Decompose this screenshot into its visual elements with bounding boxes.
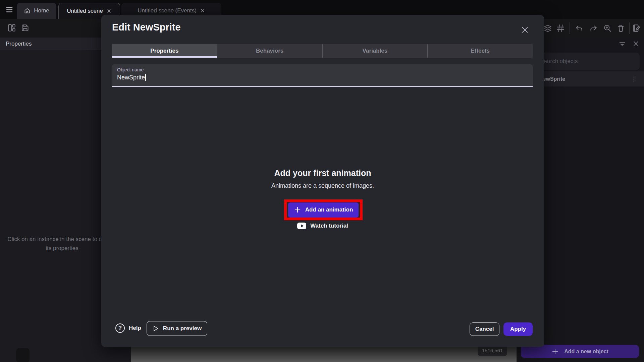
run-preview-button[interactable]: Run a preview (147, 321, 207, 336)
youtube-play-icon (297, 223, 306, 229)
toolbar-divider (629, 22, 630, 34)
edit-object-dialog: Edit NewSprite Properties Behaviors Vari… (101, 15, 544, 347)
cancel-button[interactable]: Cancel (470, 322, 499, 336)
object-name-field-value: NewSprite (117, 74, 145, 81)
tab-home-label: Home (34, 7, 49, 14)
add-animation-label: Add an animation (305, 206, 353, 213)
tab-effects-label: Effects (471, 48, 490, 54)
object-menu-icon[interactable]: ⋮ (631, 75, 637, 82)
help-icon: ? (115, 323, 125, 333)
tab-home[interactable]: Home (17, 3, 56, 19)
filter-icon[interactable] (618, 41, 626, 48)
menu-icon[interactable] (5, 6, 14, 13)
tab-effects[interactable]: Effects (427, 44, 533, 58)
watch-tutorial-button[interactable]: Watch tutorial (101, 223, 544, 229)
scene-canvas[interactable] (131, 347, 517, 362)
empty-state-heading: Add your first animation (101, 168, 544, 178)
properties-empty-message: Click on an instance in the scene to dis… (7, 235, 117, 253)
trash-icon[interactable] (616, 24, 625, 33)
grid-icon[interactable] (556, 24, 565, 33)
add-new-object-label: Add a new object (564, 349, 608, 355)
tab-events-label: Untitled scene (Events) (138, 7, 197, 14)
tab-behaviors[interactable]: Behaviors (217, 44, 322, 58)
tutorial-highlight-box: Add an animation (284, 199, 363, 220)
dialog-tabs: Properties Behaviors Variables Effects (112, 44, 533, 58)
apply-button[interactable]: Apply (503, 322, 533, 336)
tab-properties-label: Properties (150, 48, 178, 54)
save-icon[interactable] (21, 23, 30, 32)
run-preview-label: Run a preview (163, 325, 202, 332)
watch-tutorial-label: Watch tutorial (310, 223, 348, 229)
help-button[interactable]: ? Help (115, 323, 141, 333)
undo-icon[interactable] (575, 24, 584, 33)
play-icon (152, 325, 159, 332)
layers-icon[interactable] (543, 24, 552, 33)
canvas-corner-control (16, 348, 30, 362)
dialog-title: Edit NewSprite (112, 22, 181, 33)
object-name-field-label: Object name (117, 67, 533, 72)
plus-icon (294, 206, 301, 214)
close-dialog-icon[interactable] (521, 26, 529, 34)
tab-variables-label: Variables (363, 48, 388, 54)
home-icon (24, 7, 31, 14)
cancel-label: Cancel (475, 326, 494, 333)
object-name-field[interactable]: Object name NewSprite (112, 64, 533, 87)
toolbar-divider (570, 22, 570, 34)
plus-icon (551, 348, 559, 355)
tab-behaviors-label: Behaviors (256, 48, 283, 54)
close-tab-icon[interactable] (106, 8, 112, 14)
add-animation-button[interactable]: Add an animation (288, 202, 359, 218)
close-panel-icon[interactable] (633, 40, 639, 47)
close-tab-icon[interactable] (200, 8, 205, 13)
properties-panel-title: Properties (6, 41, 32, 47)
redo-icon[interactable] (589, 24, 598, 33)
tab-scene-label: Untitled scene (67, 8, 103, 14)
text-caret (145, 74, 146, 81)
tab-variables[interactable]: Variables (322, 44, 428, 58)
layout-panels-icon[interactable] (7, 23, 16, 32)
gdevelop-editor: Home Untitled scene Untitled scene (Even… (0, 0, 644, 362)
help-label: Help (129, 325, 141, 331)
apply-label: Apply (510, 326, 526, 333)
empty-state-subtext: Animations are a sequence of images. (101, 182, 544, 189)
zoom-in-icon[interactable] (603, 24, 612, 33)
edit-scene-properties-icon[interactable] (632, 24, 641, 33)
tab-properties[interactable]: Properties (112, 44, 217, 58)
